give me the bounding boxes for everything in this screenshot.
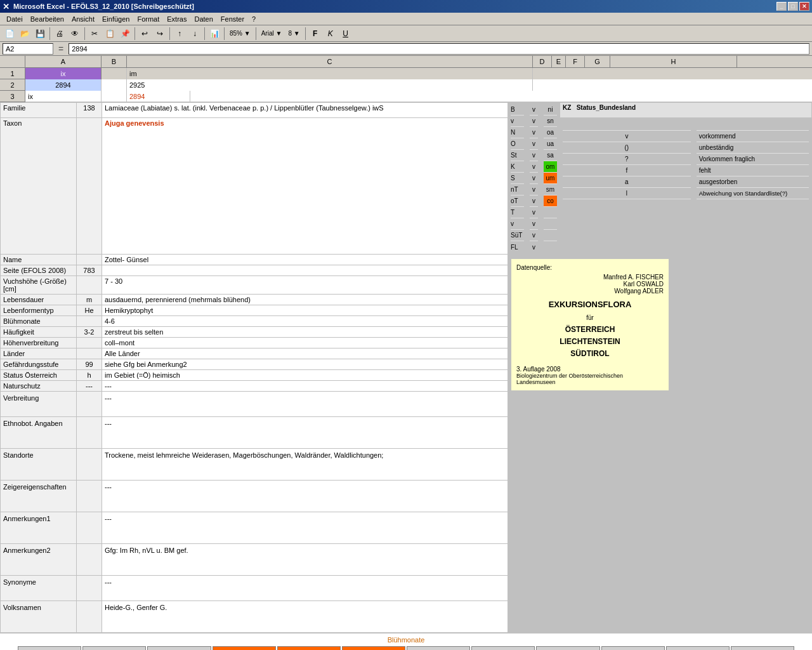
label-naturschutz[interactable]: Naturschutz [1, 381, 77, 392]
value-verbreitung[interactable]: --- [102, 392, 508, 417]
font-size-select[interactable]: 8 ▼ [285, 30, 302, 37]
value-taxon[interactable]: Ajuga genevensis [102, 118, 508, 255]
label-bluh[interactable]: Blühmonate [1, 316, 77, 327]
menu-ansicht[interactable]: Ansicht [68, 14, 98, 24]
italic-button[interactable]: K [324, 27, 337, 41]
col-header-a[interactable]: A [25, 56, 102, 67]
label-lebenform[interactable]: Lebenformentyp [1, 305, 77, 316]
label-gefahr[interactable]: Gefährdungsstufe [1, 359, 77, 370]
value-anmerk1[interactable]: --- [102, 512, 508, 544]
restore-button[interactable]: □ [788, 2, 798, 11]
num-seite[interactable]: 783 [77, 265, 102, 276]
menu-einfugen[interactable]: Einfügen [98, 14, 133, 24]
label-seite[interactable]: Seite (EFOLS 2008) [1, 265, 77, 276]
value-bluh[interactable]: 4-6 [102, 316, 508, 327]
cell-reference-input[interactable] [3, 43, 53, 55]
label-standorte[interactable]: Standorte [1, 449, 77, 481]
preview-button[interactable]: 👁 [68, 27, 82, 41]
col-header-e[interactable]: E [552, 56, 566, 67]
zoom-select[interactable]: 85% ▼ [227, 30, 253, 37]
menu-extras[interactable]: Extras [163, 14, 190, 24]
cell-c2[interactable]: 2925 [127, 79, 533, 91]
underline-button[interactable]: U [339, 27, 353, 41]
sort-asc-button[interactable]: ↑ [173, 27, 187, 41]
label-haufig[interactable]: Häufigkeit [1, 327, 77, 338]
value-ethnobot[interactable]: --- [102, 417, 508, 449]
value-hohe[interactable]: coll–mont [102, 338, 508, 348]
menu-daten[interactable]: Daten [190, 14, 216, 24]
print-button[interactable]: 🖨 [53, 27, 67, 41]
cell-b3[interactable] [102, 91, 127, 102]
value-synonyme[interactable]: --- [102, 576, 508, 601]
cut-button[interactable]: ✂ [88, 27, 102, 41]
menu-fenster[interactable]: Fenster [217, 14, 248, 24]
value-naturschutz[interactable]: --- [102, 381, 508, 392]
cell-a1-ix[interactable]: ix [25, 68, 102, 79]
sort-desc-button[interactable]: ↓ [188, 27, 202, 41]
value-anmerk2[interactable]: Gfg: Im Rh, nVL u. BM gef. [102, 544, 508, 576]
font-name-select[interactable]: Arial ▼ [259, 30, 285, 37]
menu-help[interactable]: ? [248, 14, 259, 24]
copy-button[interactable]: 📋 [103, 27, 117, 41]
value-status-oe[interactable]: im Gebiet (=Ö) heimisch [102, 370, 508, 381]
label-status-oe[interactable]: Status Österreich [1, 370, 77, 381]
value-haufig[interactable]: zerstreut bis selten [102, 327, 508, 338]
save-button[interactable]: 💾 [33, 27, 47, 41]
col-header-b[interactable]: B [102, 56, 127, 67]
label-name[interactable]: Name [1, 255, 77, 265]
label-anmerk1[interactable]: Anmerkungen1 [1, 512, 77, 544]
col-header-h[interactable]: H [610, 56, 737, 67]
label-verbreitung[interactable]: Verbreitung [1, 392, 77, 417]
col-header-g[interactable]: G [585, 56, 610, 67]
menu-datei[interactable]: Datei [3, 14, 27, 24]
cell-c1-im[interactable]: im [127, 68, 533, 79]
value-lander[interactable]: Alle Länder [102, 348, 508, 359]
num-haufig[interactable]: 3-2 [77, 327, 102, 338]
window-controls[interactable]: _ □ ✕ [776, 2, 809, 11]
value-wuchs[interactable]: 7 - 30 [102, 276, 508, 295]
value-name[interactable]: Zottel- Günsel [102, 255, 508, 265]
label-volksnamen[interactable]: Volksnamen [1, 601, 77, 633]
menu-bearbeiten[interactable]: Bearbeiten [27, 14, 68, 24]
num-lebensdauer[interactable]: m [77, 295, 102, 305]
cell-a2-selected[interactable]: 2894 [25, 79, 102, 91]
value-standorte[interactable]: Trockene, meist lehmreiche Weiderasen, M… [102, 449, 508, 481]
num-status-oe[interactable]: h [77, 370, 102, 381]
value-lebenform[interactable]: Hemikryptophyt [102, 305, 508, 316]
row-num-2[interactable]: 2 [0, 79, 25, 91]
cell-a3-ix-label[interactable]: ix [25, 91, 102, 102]
col-header-c[interactable]: C [127, 56, 533, 67]
label-lebensdauer[interactable]: Lebensdauer [1, 295, 77, 305]
value-zeiger[interactable]: --- [102, 481, 508, 512]
redo-button[interactable]: ↪ [153, 27, 167, 41]
label-lander[interactable]: Länder [1, 348, 77, 359]
cell-c3-value[interactable]: 2894 [127, 91, 190, 102]
label-synonyme[interactable]: Synonyme [1, 576, 77, 601]
cell-b2[interactable] [102, 79, 127, 91]
undo-button[interactable]: ↩ [138, 27, 152, 41]
menu-format[interactable]: Format [133, 14, 163, 24]
close-button[interactable]: ✕ [799, 2, 809, 11]
formula-input[interactable] [69, 43, 809, 55]
value-lebensdauer[interactable]: ausdauernd, perennierend (mehrmals blühe… [102, 295, 508, 305]
label-taxon[interactable]: Taxon [1, 118, 77, 255]
minimize-button[interactable]: _ [776, 2, 787, 11]
label-hohe[interactable]: Höhenverbreitung [1, 338, 77, 348]
label-ethnobot[interactable]: Ethnobot. Angaben [1, 417, 77, 449]
row-num-3[interactable]: 3 [0, 91, 25, 102]
open-button[interactable]: 📂 [18, 27, 32, 41]
new-button[interactable]: 📄 [3, 27, 16, 41]
label-familie[interactable]: Familie [1, 103, 77, 118]
value-volksnamen[interactable]: Heide-G., Genfer G. [102, 601, 508, 633]
value-gefahr[interactable]: siehe Gfg bei Anmerkung2 [102, 359, 508, 370]
row-num-1[interactable]: 1 [0, 68, 25, 79]
cell-b1[interactable] [102, 68, 127, 79]
label-anmerk2[interactable]: Anmerkungen2 [1, 544, 77, 576]
label-wuchs[interactable]: Vuchshöhe (-Größe)[cm] [1, 276, 77, 295]
num-familie[interactable]: 138 [77, 103, 102, 118]
chart-button[interactable]: 📊 [207, 27, 221, 41]
paste-button[interactable]: 📌 [118, 27, 132, 41]
bold-button[interactable]: F [308, 27, 322, 41]
col-header-d[interactable]: D [533, 56, 552, 67]
num-gefahr[interactable]: 99 [77, 359, 102, 370]
